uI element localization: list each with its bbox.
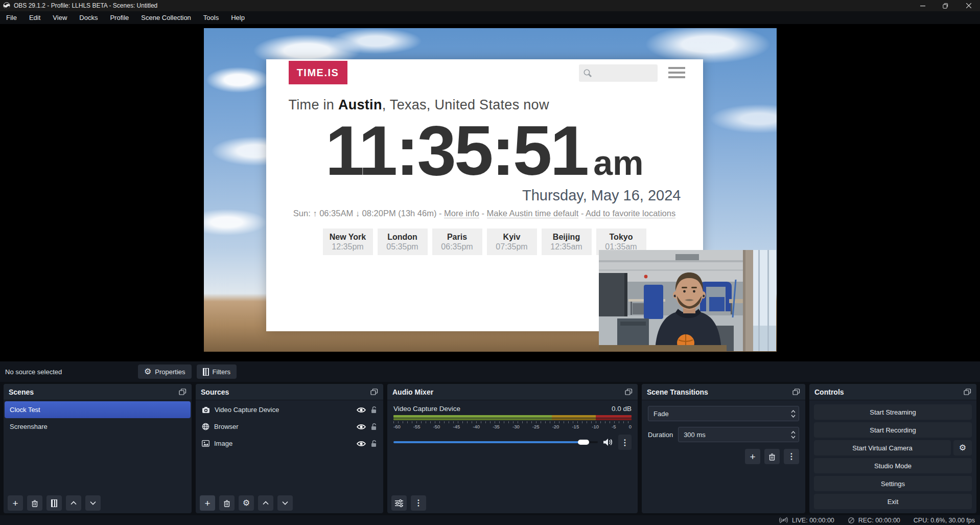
duration-label: Duration (648, 431, 673, 439)
duration-spinbox[interactable]: 300 ms (678, 427, 799, 442)
gear-icon: ⚙ (243, 499, 250, 507)
timeis-date: Thursday, May 16, 2024 (288, 187, 681, 204)
menu-edit[interactable]: Edit (23, 11, 46, 24)
move-scene-up-button[interactable] (66, 495, 81, 511)
visibility-eye-icon[interactable] (357, 424, 366, 430)
city-tile: Kyiv07:35pm (487, 229, 537, 255)
city-tile: London05:35pm (378, 229, 428, 255)
popout-icon[interactable] (370, 389, 378, 395)
add-scene-button[interactable]: + (8, 495, 23, 511)
controls-panel: Controls Start Streaming Start Recording… (809, 384, 976, 513)
menu-view[interactable]: View (46, 11, 73, 24)
source-status-text: No source selected (5, 368, 133, 376)
scene-transitions-panel: Scene Transitions Fade Duration 300 ms (642, 384, 805, 513)
close-button[interactable] (957, 0, 980, 11)
add-source-button[interactable]: + (200, 495, 215, 511)
add-transition-button[interactable]: + (745, 449, 760, 464)
virtual-camera-settings-button[interactable]: ⚙ (953, 440, 972, 455)
volume-slider-handle[interactable] (578, 440, 589, 445)
source-properties-button[interactable]: ⚙ (239, 495, 254, 511)
scenes-panel: Scenes Clock Test Screenshare + (4, 384, 192, 513)
settings-button[interactable]: Settings (814, 476, 972, 491)
add-favorite-link: Add to favorite locations (586, 209, 675, 218)
scene-filters-button[interactable] (46, 495, 62, 511)
mixer-channel: Video Capture Device 0.0 dB -60-55-50-45… (387, 400, 638, 493)
timeis-search-input (579, 64, 658, 82)
timeis-sun-line: Sun: ↑ 06:35AM ↓ 08:20PM (13h 46m) - Mor… (266, 209, 703, 218)
kebab-menu-icon: ⋮ (787, 452, 796, 461)
speaker-icon[interactable] (603, 438, 613, 446)
mixer-channel-menu-button[interactable]: ⋮ (618, 435, 632, 450)
mixer-menu-button[interactable]: ⋮ (411, 495, 426, 511)
visibility-eye-icon[interactable] (357, 407, 366, 413)
popout-icon[interactable] (792, 389, 800, 395)
preview-canvas[interactable]: TIME.IS Time in Austin, Texas, United St… (0, 24, 980, 361)
popout-icon[interactable] (625, 389, 633, 395)
city-tile: Beijing12:35am (542, 229, 592, 255)
restore-button[interactable] (934, 0, 957, 11)
source-item-video-capture[interactable]: Video Capture Device (197, 401, 382, 418)
camera-icon (202, 406, 210, 414)
popout-icon[interactable] (964, 389, 971, 395)
spin-up-icon[interactable] (791, 431, 796, 434)
scenes-title: Scenes (9, 388, 34, 396)
menu-tools[interactable]: Tools (197, 11, 225, 24)
lock-icon[interactable] (370, 406, 377, 414)
start-virtual-camera-button[interactable]: Start Virtual Camera (814, 440, 951, 455)
scene-item-clock-test[interactable]: Clock Test (5, 401, 191, 418)
filters-button[interactable]: Filters (197, 364, 237, 379)
volume-meter (393, 415, 632, 418)
properties-button[interactable]: ⚙ Properties (138, 364, 192, 379)
remove-scene-button[interactable] (27, 495, 42, 511)
controls-title: Controls (814, 388, 844, 396)
sources-title: Sources (201, 388, 229, 396)
dock-area: Scenes Clock Test Screenshare + Sources … (0, 382, 980, 515)
start-streaming-button[interactable]: Start Streaming (814, 404, 972, 420)
advanced-audio-button[interactable] (391, 495, 407, 511)
source-item-image[interactable]: Image (197, 435, 382, 452)
globe-icon (202, 423, 209, 430)
volume-meter (393, 418, 632, 420)
status-bar: LIVE: 00:00:00 REC: 00:00:00 CPU: 0.6%, … (0, 515, 980, 525)
spin-down-icon[interactable] (791, 436, 796, 439)
timeis-clock: 11:35:51 am (266, 117, 703, 184)
volume-slider[interactable] (393, 440, 598, 445)
scenes-list: Clock Test Screenshare (4, 400, 192, 493)
transition-menu-button[interactable]: ⋮ (784, 449, 799, 464)
scene-item-screenshare[interactable]: Screenshare (5, 418, 191, 435)
city-tile: New York12:35pm (323, 229, 373, 255)
exit-button[interactable]: Exit (814, 494, 972, 509)
audio-mixer-title: Audio Mixer (392, 388, 433, 396)
source-item-browser[interactable]: Browser (197, 418, 382, 435)
filter-icon (51, 499, 57, 507)
audio-mixer-panel: Audio Mixer Video Capture Device 0.0 dB … (387, 384, 638, 513)
program-video[interactable]: TIME.IS Time in Austin, Texas, United St… (204, 28, 777, 352)
move-source-down-button[interactable] (277, 495, 293, 511)
transition-select[interactable]: Fade (648, 406, 799, 421)
lock-icon[interactable] (370, 440, 377, 447)
menu-scene-collection[interactable]: Scene Collection (135, 11, 197, 24)
remove-transition-button[interactable] (764, 449, 780, 464)
meter-tick-labels: -60-55-50-45-40-35-30-25-20-15-10-50 (393, 424, 632, 429)
menu-file[interactable]: File (0, 11, 23, 24)
mixer-channel-name: Video Capture Device (393, 405, 460, 413)
move-source-up-button[interactable] (258, 495, 273, 511)
minimize-button[interactable] (911, 0, 934, 11)
popout-icon[interactable] (179, 389, 186, 395)
clock-meridiem: am (593, 143, 643, 182)
menu-docks[interactable]: Docks (73, 11, 104, 24)
gear-icon: ⚙ (144, 368, 151, 376)
hamburger-menu-icon (668, 67, 685, 78)
webcam-overlay (599, 250, 776, 351)
start-recording-button[interactable]: Start Recording (814, 422, 972, 438)
lock-icon[interactable] (370, 423, 377, 430)
studio-mode-button[interactable]: Studio Mode (814, 458, 972, 473)
search-icon (583, 69, 592, 78)
performance-stats: CPU: 0.6%, 30.00 fps (914, 517, 975, 524)
menu-help[interactable]: Help (225, 11, 251, 24)
mixer-level-db: 0.0 dB (612, 405, 632, 413)
move-scene-down-button[interactable] (85, 495, 101, 511)
menu-profile[interactable]: Profile (104, 11, 135, 24)
visibility-eye-icon[interactable] (357, 441, 366, 447)
remove-source-button[interactable] (219, 495, 235, 511)
